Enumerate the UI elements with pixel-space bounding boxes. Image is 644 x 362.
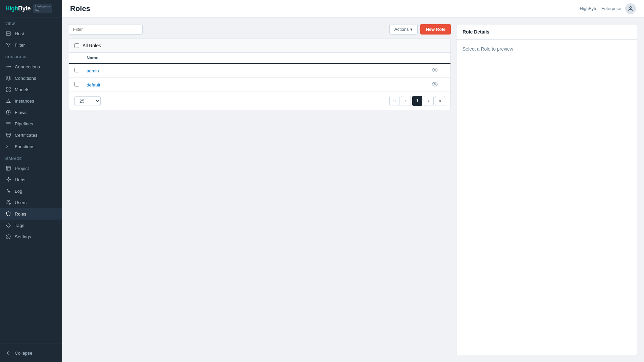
eye-icon-admin[interactable]	[432, 67, 445, 74]
sidebar-item-connections[interactable]: Connections	[0, 61, 62, 72]
svg-rect-10	[9, 87, 10, 89]
pagination: 25 50 100 1	[69, 92, 450, 110]
chevron-down-icon: ▾	[410, 27, 413, 32]
conditions-icon	[5, 75, 11, 81]
next-page-button[interactable]	[424, 96, 434, 106]
tags-icon	[5, 222, 11, 228]
sidebar-item-roles[interactable]: Roles	[0, 208, 62, 220]
svg-point-47	[434, 83, 436, 85]
row-checkbox-default[interactable]	[74, 82, 79, 86]
role-name-default[interactable]: default	[87, 82, 100, 87]
svg-point-41	[7, 200, 8, 202]
new-role-button[interactable]: New Role	[420, 24, 451, 35]
sidebar-item-certificates[interactable]: Certificates	[0, 129, 62, 141]
roles-icon	[5, 211, 11, 217]
pipelines-icon	[5, 121, 11, 127]
sidebar-item-conditions[interactable]: Conditions	[0, 72, 62, 84]
manage-section-label: MANAGE	[0, 152, 62, 163]
page-size-select[interactable]: 25 50 100	[74, 96, 101, 106]
hubs-icon	[5, 177, 11, 183]
sidebar-item-flows[interactable]: Flows	[0, 107, 62, 118]
role-name-admin[interactable]: admin	[87, 68, 99, 73]
prev-page-button[interactable]	[401, 96, 411, 106]
instances-icon	[5, 98, 11, 104]
svg-point-45	[630, 6, 632, 8]
host-icon	[5, 31, 11, 37]
actions-button[interactable]: Actions ▾	[389, 24, 418, 35]
svg-rect-11	[6, 90, 8, 92]
flows-icon	[5, 109, 11, 115]
svg-rect-1	[6, 34, 10, 36]
project-icon	[5, 165, 11, 171]
content-area: Actions ▾ New Role All Roles Name	[62, 17, 644, 362]
filter-input[interactable]	[69, 24, 143, 35]
row-checkbox-admin[interactable]	[74, 68, 79, 72]
logo-text: HighByte	[5, 5, 31, 12]
svg-rect-12	[9, 90, 10, 92]
table-row[interactable]: default	[69, 78, 450, 92]
toolbar: Actions ▾ New Role	[69, 24, 451, 35]
collapse-button[interactable]: Collapse	[0, 347, 62, 359]
last-page-button[interactable]	[435, 96, 445, 106]
all-roles-label: All Roles	[83, 43, 101, 48]
configure-section-label: CONFIGURE	[0, 51, 62, 61]
left-panel: Actions ▾ New Role All Roles Name	[69, 24, 451, 355]
sidebar-item-functions[interactable]: Functions	[0, 141, 62, 152]
page-title: Roles	[70, 4, 90, 13]
sidebar-item-settings[interactable]: Settings	[0, 231, 62, 242]
certificates-icon	[5, 132, 11, 138]
functions-icon	[5, 143, 11, 149]
sidebar-item-host[interactable]: Host	[0, 28, 62, 39]
tenant-label: HighByte - Enterprise	[580, 6, 621, 11]
sidebar-item-filter[interactable]: Filter	[0, 39, 62, 51]
svg-rect-9	[6, 87, 8, 89]
logo-high: High	[5, 5, 18, 12]
svg-rect-0	[6, 32, 10, 34]
sidebar-item-project[interactable]: Project	[0, 163, 62, 174]
main-content: Roles HighByte - Enterprise Actions ▾ Ne…	[62, 0, 644, 362]
svg-rect-23	[6, 133, 10, 136]
models-icon	[5, 86, 11, 93]
logo-byte: Byte	[18, 5, 31, 12]
logo-badge: Intelligence Hub	[33, 4, 52, 13]
sidebar-item-hubs[interactable]: Hubs	[0, 174, 62, 185]
settings-icon	[5, 234, 11, 240]
table-header: Name	[69, 53, 450, 64]
topbar-right: HighByte - Enterprise	[580, 3, 636, 14]
sidebar-item-models[interactable]: Models	[0, 84, 62, 95]
svg-rect-29	[6, 166, 10, 170]
svg-line-16	[7, 100, 8, 102]
user-avatar[interactable]	[625, 3, 636, 14]
svg-marker-3	[6, 43, 10, 47]
users-icon	[5, 199, 11, 205]
name-col-header: Name	[87, 55, 432, 60]
topbar: Roles HighByte - Enterprise	[62, 0, 644, 17]
connections-icon	[5, 64, 11, 70]
sidebar-item-tags[interactable]: Tags	[0, 220, 62, 231]
svg-point-43	[8, 236, 9, 237]
page-controls: 1	[389, 96, 445, 106]
collapse-icon	[5, 350, 11, 356]
role-details-empty: Select a Role to preview	[457, 40, 637, 58]
sidebar-item-users[interactable]: Users	[0, 197, 62, 208]
first-page-button[interactable]	[389, 96, 399, 106]
sidebar-item-log[interactable]: Log	[0, 185, 62, 197]
right-panel: Role Details Select a Role to preview	[456, 24, 637, 355]
sidebar-item-pipelines[interactable]: Pipelines	[0, 118, 62, 129]
logo: HighByte Intelligence Hub	[0, 0, 62, 17]
svg-point-46	[434, 69, 436, 71]
filter-icon	[5, 42, 11, 48]
roles-card: All Roles Name admin	[69, 39, 451, 110]
sidebar-item-instances[interactable]: Instances	[0, 95, 62, 107]
svg-line-17	[8, 100, 10, 102]
toolbar-actions: Actions ▾ New Role	[389, 24, 451, 35]
eye-icon-default[interactable]	[432, 81, 445, 88]
role-details-header: Role Details	[457, 24, 637, 40]
log-icon	[5, 188, 11, 194]
svg-point-2	[7, 35, 7, 35]
table-row[interactable]: admin	[69, 64, 450, 78]
all-roles-header: All Roles	[69, 39, 450, 53]
all-roles-checkbox[interactable]	[74, 43, 79, 48]
view-section-label: VIEW	[0, 17, 62, 28]
page-1-button[interactable]: 1	[412, 96, 422, 106]
